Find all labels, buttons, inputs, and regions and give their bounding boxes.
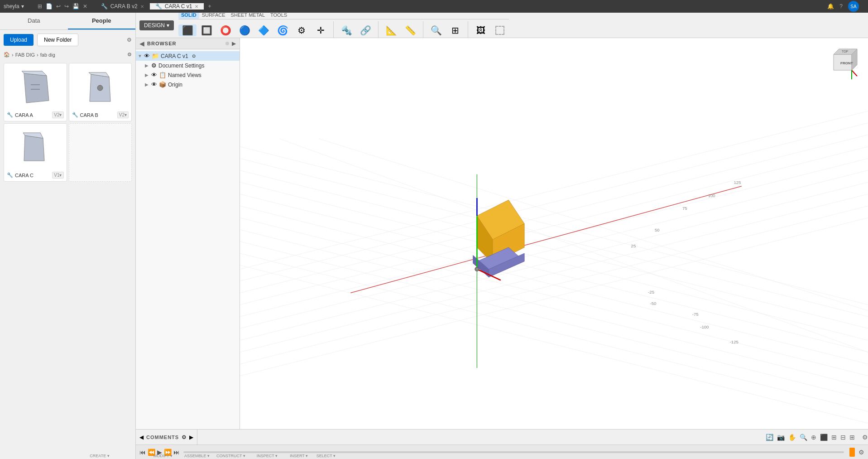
breadcrumb-fab-dig-sub: fab dig <box>40 52 55 58</box>
create-torus-button[interactable]: 🔷 <box>254 24 273 36</box>
view-cube[interactable]: FRONT TOP <box>825 45 861 82</box>
bottom-zoom-icon[interactable]: 🔍 <box>800 434 807 441</box>
construct-axis-button[interactable]: 📏 <box>401 24 419 36</box>
inspect-button[interactable]: 🔍 <box>427 24 445 36</box>
tab-cara-c-close[interactable]: ✕ <box>195 4 198 9</box>
tab-cara-c[interactable]: 🔧 CARA C v1 ✕ <box>150 3 205 10</box>
tab-people[interactable]: People <box>68 13 136 29</box>
home-icon[interactable]: 🏠 <box>4 52 10 58</box>
svg-text:100: 100 <box>708 193 715 198</box>
tab-cara-c-icon: 🔧 <box>155 3 162 10</box>
save-icon[interactable]: 💾 <box>72 3 79 10</box>
file-card-cara-c[interactable]: 🔧 CARA C V1▾ <box>4 123 67 182</box>
tree-origin-icon: 📦 <box>159 81 166 88</box>
new-tab-button[interactable]: + <box>204 3 215 10</box>
create-move-button[interactable]: ✛ <box>312 24 330 36</box>
tree-label-origin: Origin <box>168 82 182 88</box>
bottom-orbit-icon[interactable]: 🔄 <box>766 434 773 441</box>
browser-header: ◀ BROWSER ▶ <box>136 38 240 49</box>
user-avatar[interactable]: SA <box>848 1 859 12</box>
grid-icon[interactable]: ⊞ <box>38 3 42 10</box>
bottom-display-icon[interactable]: ⬛ <box>820 434 828 441</box>
inspect-grid-button[interactable]: ⊞ <box>446 24 464 36</box>
create-extrude-button[interactable]: ⬛ <box>178 24 197 36</box>
tree-item-origin[interactable]: ▶ 👁 📦 Origin <box>136 80 240 89</box>
insert-select-button[interactable] <box>491 24 509 36</box>
tree-item-cara-c-v1[interactable]: ▼ 👁 📁 CARA C v1 ⊙ <box>136 51 240 61</box>
redo-icon[interactable]: ↪ <box>64 3 69 10</box>
comments-settings-icon[interactable]: ⚙ <box>182 434 187 440</box>
modify-label: MODIFY ▾ <box>145 454 181 458</box>
create-sphere-button[interactable]: 🔵 <box>235 24 254 36</box>
tree-arrow-doc-settings: ▶ <box>145 63 149 68</box>
file-icon[interactable]: 📄 <box>46 3 53 10</box>
help-icon[interactable]: ? <box>839 3 843 10</box>
timeline-track[interactable] <box>183 451 844 453</box>
comments-collapse-icon[interactable]: ◀ <box>139 434 144 440</box>
bottom-pan-icon[interactable]: ✋ <box>788 434 796 441</box>
bottom-grid-display-icon[interactable]: ⊞ <box>831 434 837 441</box>
tab-cara-b-icon: 🔧 <box>101 3 108 10</box>
tab-cara-b-close[interactable]: ✕ <box>140 4 144 9</box>
undo-icon[interactable]: ↩ <box>56 3 61 10</box>
tab-surface[interactable]: SURFACE <box>199 13 228 19</box>
browser-collapse-icon[interactable]: ◀ <box>139 40 144 47</box>
tab-sheet-metal[interactable]: SHEET METAL <box>228 13 268 19</box>
assemble-button[interactable]: 🔩 <box>337 24 355 36</box>
insert-button[interactable]: 🖼 <box>472 24 490 36</box>
svg-line-21 <box>319 139 868 310</box>
create-box-button[interactable]: 🔲 <box>197 24 216 36</box>
upload-button[interactable]: Upload <box>4 34 34 46</box>
bottom-zoom-fit-icon[interactable]: ⊕ <box>811 434 816 441</box>
file-thumb-cara-a <box>10 65 60 111</box>
file-name-cara-b: CARA B <box>80 112 98 118</box>
svg-line-28 <box>240 111 868 269</box>
create-coil-button[interactable]: 🌀 <box>273 24 292 36</box>
assemble-joint-button[interactable]: 🔗 <box>356 24 374 36</box>
select-label: SELECT ▾ <box>312 454 340 458</box>
file-card-cara-b[interactable]: 🔧 CARA B V2▾ <box>69 63 132 121</box>
tab-cara-b[interactable]: 🔧 CARA B v2 ✕ <box>96 3 150 10</box>
svg-line-14 <box>240 230 868 388</box>
bottom-view-icon[interactable]: ⊟ <box>840 434 846 441</box>
files-grid: 🔧 CARA A V2▾ 🔧 CARA B V2▾ <box>0 59 135 185</box>
user-menu[interactable]: sheyla ▾ <box>4 3 24 10</box>
svg-line-20 <box>279 139 868 352</box>
notifications-icon[interactable]: 🔔 <box>827 3 834 10</box>
browser-expand-icon[interactable]: ▶ <box>232 40 236 47</box>
file-card-cara-a[interactable]: 🔧 CARA A V2▾ <box>4 63 67 121</box>
timeline-settings-icon[interactable]: ⚙ <box>858 449 864 456</box>
comments-expand-icon[interactable]: ▶ <box>189 434 193 440</box>
design-label: DESIGN <box>144 22 165 29</box>
design-dropdown[interactable]: DESIGN ▾ <box>139 20 174 30</box>
comments-label: COMMENTS <box>146 435 179 440</box>
grid-icon: ⊞ <box>451 26 459 35</box>
breadcrumb-settings-icon[interactable]: ⚙ <box>127 52 132 58</box>
svg-point-6 <box>97 85 103 91</box>
comments-section: ◀ COMMENTS ⚙ ▶ <box>136 430 197 445</box>
construct-plane-button[interactable]: 📐 <box>382 24 400 36</box>
create-cylinder-button[interactable]: ⭕ <box>216 24 235 36</box>
timeline-marker[interactable] <box>849 448 855 457</box>
breadcrumb-fab-dig[interactable]: FAB DIG <box>15 52 35 58</box>
tab-data[interactable]: Data <box>0 13 68 29</box>
axis-icon: 📏 <box>405 26 416 35</box>
panel-settings-icon[interactable]: ⚙ <box>127 37 132 43</box>
content-area: ◀ BROWSER ▶ ▼ 👁 📁 CARA C v1 ⊙ <box>136 38 868 429</box>
bottom-timeline-settings-icon[interactable]: ⚙ <box>862 434 868 441</box>
tree-item-named-views[interactable]: ▶ 👁 📋 Named Views <box>136 70 240 80</box>
tab-solid[interactable]: SOLID <box>178 13 199 19</box>
assemble-icon: 🔩 <box>341 26 352 35</box>
bottom-layout-icon[interactable]: ⊞ <box>849 434 855 441</box>
close-icon[interactable]: ✕ <box>83 3 87 10</box>
tree-arrow-origin: ▶ <box>145 82 149 87</box>
tree-item-document-settings[interactable]: ▶ ⚙ Document Settings <box>136 61 240 70</box>
bottom-capture-icon[interactable]: 📷 <box>777 434 785 441</box>
new-folder-button[interactable]: New Folder <box>37 34 78 46</box>
viewport[interactable]: 125 100 75 50 25 -25 -50 -75 -100 -125 <box>240 38 868 429</box>
tab-tools[interactable]: TOOLS <box>268 13 290 19</box>
create-pipe-button[interactable]: ⚙ <box>293 24 311 36</box>
tree-eye2-icon: 👁 <box>151 72 157 78</box>
svg-marker-7 <box>24 135 44 161</box>
tree-folder-icon: 📁 <box>152 53 159 59</box>
